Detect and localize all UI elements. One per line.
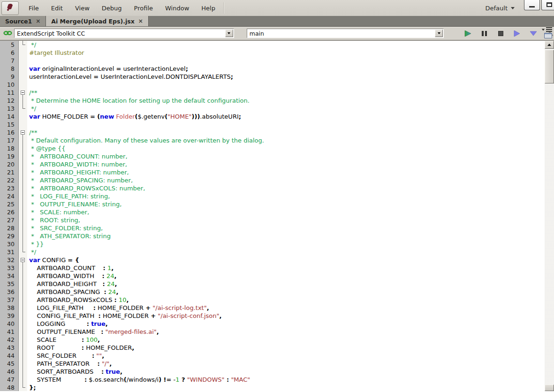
code-line[interactable]: 36 ARTBOARD_SPACING : 24, bbox=[0, 288, 545, 296]
code-line[interactable]: 28 * SRC_FOLDER: string, bbox=[0, 224, 545, 232]
fold-marker[interactable] bbox=[19, 128, 27, 136]
fold-marker[interactable] bbox=[19, 256, 27, 264]
code-area[interactable]: 5 */6#target Illustrator78var originalIn… bbox=[0, 41, 545, 391]
code-line[interactable]: 24 * LOG_FILE_PATH: string, bbox=[0, 192, 545, 200]
code-text[interactable]: /** bbox=[27, 128, 545, 136]
code-text[interactable]: ARTBOARD_SPACING : 24, bbox=[27, 288, 545, 296]
code-text[interactable]: */ bbox=[27, 41, 545, 49]
step-into-button[interactable] bbox=[529, 30, 538, 37]
code-text[interactable] bbox=[27, 57, 545, 65]
code-line[interactable]: 38 LOG_FILE_PATH : HOME_FOLDER + "/ai-sc… bbox=[0, 304, 545, 312]
code-line[interactable]: 42 SCALE : 100, bbox=[0, 336, 545, 344]
code-line[interactable]: 44 SRC_FOLDER : "", bbox=[0, 352, 545, 360]
tab-ai-merge-upload-eps[interactable]: Ai Merge(Upload Eps).jsx × bbox=[46, 16, 148, 26]
code-text[interactable]: var HOME_FOLDER = (new Folder($.getenv("… bbox=[27, 113, 545, 121]
vertical-scrollbar[interactable] bbox=[545, 41, 554, 391]
scrollbar-up-button[interactable] bbox=[545, 41, 554, 49]
code-text[interactable]: */ bbox=[27, 248, 545, 256]
code-line[interactable]: 47 SYSTEM : $.os.search(/windows/i) != -… bbox=[0, 376, 545, 384]
code-line[interactable]: 25 * OUTPUT_FILENAME: string, bbox=[0, 200, 545, 208]
code-text[interactable]: LOG_FILE_PATH : HOME_FOLDER + "/ai-scrip… bbox=[27, 304, 545, 312]
target-application-select[interactable]: ExtendScript Toolkit CC bbox=[14, 29, 234, 38]
code-line[interactable]: 10 bbox=[0, 81, 545, 89]
code-line[interactable]: 12 * Determine the HOME location for set… bbox=[0, 97, 545, 105]
fold-marker[interactable] bbox=[19, 89, 27, 97]
run-button[interactable] bbox=[463, 30, 472, 37]
code-text[interactable]: ROOT : HOME_FOLDER, bbox=[27, 344, 545, 352]
code-text[interactable]: var CONFIG = { bbox=[27, 256, 545, 264]
code-line[interactable]: 33 ARTBOARD_COUNT : 1, bbox=[0, 264, 545, 272]
code-text[interactable]: * SCALE: number, bbox=[27, 208, 545, 216]
code-line[interactable]: 13 */ bbox=[0, 105, 545, 113]
code-text[interactable]: * ARTBOARD_COUNT: number, bbox=[27, 152, 545, 160]
code-text[interactable]: ARTBOARD_COUNT : 1, bbox=[27, 264, 545, 272]
code-line[interactable]: 11/** bbox=[0, 89, 545, 97]
code-line[interactable]: 22 * ARTBOARD_SPACING: number, bbox=[0, 176, 545, 184]
code-text[interactable]: PATH_SEPATATOR : "/", bbox=[27, 360, 545, 368]
code-text[interactable]: ARTBOARD_ROWSxCOLS : 10, bbox=[27, 296, 545, 304]
code-line[interactable]: 46 SORT_ARTBOARDS : true, bbox=[0, 368, 545, 376]
app-menu-button[interactable] bbox=[1, 1, 19, 15]
code-line[interactable]: 31 */ bbox=[0, 248, 545, 256]
code-line[interactable]: 19 * ARTBOARD_COUNT: number, bbox=[0, 152, 545, 160]
code-text[interactable]: SYSTEM : $.os.search(/windows/i) != -1 ?… bbox=[27, 376, 545, 384]
tab-source1[interactable]: Source1 × bbox=[0, 16, 46, 26]
maximize-button[interactable] bbox=[541, 0, 554, 10]
code-line[interactable]: 8var originalInteractionLevel = userInte… bbox=[0, 65, 545, 73]
code-text[interactable]: * Determine the HOME location for settin… bbox=[27, 97, 545, 105]
minimize-button[interactable] bbox=[524, 0, 540, 10]
code-line[interactable]: 15 bbox=[0, 121, 545, 128]
code-line[interactable]: 18 * @type {{ bbox=[0, 144, 545, 152]
menu-edit[interactable]: Edit bbox=[45, 0, 69, 16]
scope-select[interactable]: main bbox=[247, 29, 444, 38]
code-text[interactable]: SORT_ARTBOARDS : true, bbox=[27, 368, 545, 376]
code-line[interactable]: 20 * ARTBOARD_WIDTH: number, bbox=[0, 160, 545, 168]
code-line[interactable]: 27 * ROOT: string, bbox=[0, 216, 545, 224]
panel-flyout-menu-button[interactable] bbox=[541, 27, 552, 32]
code-text[interactable]: #target Illustrator bbox=[27, 49, 545, 57]
code-line[interactable]: 29 * ATH_SEPATATOR: string bbox=[0, 232, 545, 240]
code-text[interactable]: * ARTBOARD_HEIGHT: number, bbox=[27, 168, 545, 176]
menu-help[interactable]: Help bbox=[195, 0, 221, 16]
code-line[interactable]: 23 * ARTBOARD_ROWSxCOLS: number, bbox=[0, 184, 545, 192]
code-line[interactable]: 21 * ARTBOARD_HEIGHT: number, bbox=[0, 168, 545, 176]
close-icon[interactable]: × bbox=[36, 18, 40, 24]
code-line[interactable]: 45 PATH_SEPATATOR : "/", bbox=[0, 360, 545, 368]
code-line[interactable]: 43 ROOT : HOME_FOLDER, bbox=[0, 344, 545, 352]
code-text[interactable]: * ARTBOARD_ROWSxCOLS: number, bbox=[27, 184, 545, 192]
code-line[interactable]: 32var CONFIG = { bbox=[0, 256, 545, 264]
code-line[interactable]: 35 ARTBOARD_HEIGHT : 24, bbox=[0, 280, 545, 288]
console-button[interactable] bbox=[544, 33, 552, 38]
code-line[interactable]: 41 OUTPUT_FILENAME : "merged-files.ai", bbox=[0, 328, 545, 336]
step-over-button[interactable] bbox=[513, 30, 521, 37]
code-line[interactable]: 6#target Illustrator bbox=[0, 49, 545, 57]
code-text[interactable]: LOGGING : true, bbox=[27, 320, 545, 328]
code-text[interactable]: * OUTPUT_FILENAME: string, bbox=[27, 200, 545, 208]
code-line[interactable]: 17 * Default configuration. Many of thes… bbox=[0, 136, 545, 144]
code-line[interactable]: 30 * }} bbox=[0, 240, 545, 248]
code-text[interactable]: ARTBOARD_HEIGHT : 24, bbox=[27, 280, 545, 288]
stop-button[interactable] bbox=[496, 30, 505, 37]
code-line[interactable]: 16/** bbox=[0, 128, 545, 136]
code-text[interactable]: * @type {{ bbox=[27, 144, 545, 152]
code-text[interactable]: * Default configuration. Many of these v… bbox=[27, 136, 545, 144]
scrollbar-thumb[interactable] bbox=[545, 50, 554, 83]
menu-profile[interactable]: Profile bbox=[128, 0, 159, 16]
code-text[interactable]: /** bbox=[27, 89, 545, 97]
code-text[interactable]: * SRC_FOLDER: string, bbox=[27, 224, 545, 232]
code-line[interactable]: 34 ARTBOARD_WIDTH : 24, bbox=[0, 272, 545, 280]
code-text[interactable]: OUTPUT_FILENAME : "merged-files.ai", bbox=[27, 328, 545, 336]
code-text[interactable]: CONFIG_FILE_PATH : HOME_FOLDER + "/ai-sc… bbox=[27, 312, 545, 320]
workspace-selector[interactable]: Default bbox=[486, 5, 515, 12]
code-text[interactable]: }; bbox=[27, 384, 545, 391]
code-text[interactable] bbox=[27, 81, 545, 89]
code-line[interactable]: 9userInteractionLevel = UserInteractionL… bbox=[0, 73, 545, 81]
code-line[interactable]: 40 LOGGING : true, bbox=[0, 320, 545, 328]
code-text[interactable]: SRC_FOLDER : "", bbox=[27, 352, 545, 360]
code-line[interactable]: 7 bbox=[0, 57, 545, 65]
close-icon[interactable]: × bbox=[138, 18, 143, 24]
code-text[interactable]: SCALE : 100, bbox=[27, 336, 545, 344]
code-line[interactable]: 48}; bbox=[0, 384, 545, 391]
dropdown-arrow-icon[interactable] bbox=[435, 30, 443, 37]
scrollbar-down-button[interactable] bbox=[545, 384, 554, 391]
